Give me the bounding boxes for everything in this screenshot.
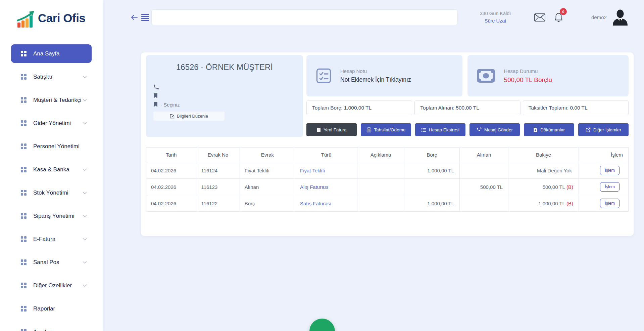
cell-turu: Alış Faturası bbox=[295, 179, 357, 195]
sidebar-item-ayarlar[interactable]: Ayarlar bbox=[11, 323, 92, 331]
phone-icon bbox=[153, 84, 159, 90]
payment-collection-button[interactable]: Tahsilat/Ödeme bbox=[361, 123, 411, 136]
col-header-alinan: Alınan bbox=[460, 148, 508, 162]
brand-logo[interactable]: Cari Ofis bbox=[17, 8, 103, 28]
balance-flag: (B) bbox=[566, 201, 573, 206]
username-label: demo2 bbox=[591, 14, 607, 20]
grid-icon bbox=[21, 120, 27, 126]
sidebar-item-kasa-banka[interactable]: Kasa & Banka bbox=[11, 160, 92, 179]
sidebar-item-musteri-tedarikci[interactable]: Müşteri & Tedarikçi bbox=[11, 91, 92, 109]
col-header-islem: İşlem bbox=[579, 148, 628, 162]
cell-aciklama bbox=[357, 179, 404, 195]
account-statement-button[interactable]: Hesap Ekstresi bbox=[415, 123, 465, 136]
main-area: 330 Gün Kaldı Süre Uzat 0 demo2 bbox=[103, 0, 644, 331]
sidebar-item-label: Müşteri & Tedarikçi bbox=[33, 97, 81, 104]
notification-count-badge: 0 bbox=[560, 8, 567, 15]
cell-borc: 1.000,00 TL bbox=[404, 162, 459, 179]
extend-license-link[interactable]: Süre Uzat bbox=[479, 17, 511, 25]
document-type-link[interactable]: Satış Faturası bbox=[300, 201, 331, 206]
sidebar-item-raporlar[interactable]: Raporlar bbox=[11, 299, 92, 318]
back-button[interactable] bbox=[131, 14, 138, 20]
notifications-button[interactable]: 0 bbox=[554, 12, 563, 23]
col-header-evrak: Evrak bbox=[240, 148, 295, 162]
sidebar-item-e-fatura[interactable]: E-Fatura bbox=[11, 230, 92, 248]
other-actions-button[interactable]: Diğer İşlemler bbox=[578, 123, 629, 136]
chevron-down-icon bbox=[83, 76, 87, 78]
sidebar-item-label: E-Fatura bbox=[33, 236, 55, 243]
sidebar-item-personel-yonetimi[interactable]: Personel Yönetimi bbox=[11, 137, 92, 156]
content-panel: 16526 - ÖRNEK MÜŞTERİ - Seçiniz bbox=[141, 52, 634, 236]
cell-evrak-no: 116123 bbox=[196, 179, 240, 195]
grid-icon bbox=[21, 306, 27, 312]
cell-evrak: Alınan bbox=[240, 179, 295, 195]
row-action-button[interactable]: İşlem bbox=[600, 166, 620, 175]
cell-alinan bbox=[460, 195, 508, 212]
mail-button[interactable] bbox=[534, 13, 545, 22]
sidebar-item-label: Personel Yönetimi bbox=[33, 143, 80, 150]
sidebar-item-label: Ayarlar bbox=[33, 329, 51, 331]
sidebar-item-label: Sipariş Yönetimi bbox=[33, 213, 75, 219]
user-avatar[interactable] bbox=[612, 9, 628, 26]
sidebar-item-stok-yonetimi[interactable]: Stok Yönetimi bbox=[11, 183, 92, 202]
sidebar-item-label: Gider Yönetimi bbox=[33, 120, 71, 127]
grid-icon bbox=[21, 236, 27, 242]
sidebar-item-label: Sanal Pos bbox=[33, 259, 59, 266]
sidebar-item-diger-ozellikler[interactable]: Diğer Özellikler bbox=[11, 276, 92, 295]
edit-info-button[interactable]: Bilgileri Düzenle bbox=[153, 112, 225, 121]
cell-bakiye: Mali Değeri Yok bbox=[508, 162, 579, 179]
cell-tarih: 04.02.2026 bbox=[146, 195, 196, 212]
col-header-turu: Türü bbox=[295, 148, 357, 162]
chevron-down-icon bbox=[83, 215, 87, 217]
cell-tarih: 04.02.2026 bbox=[146, 179, 196, 195]
col-header-tarih: Tarih bbox=[146, 148, 196, 162]
cell-turu: Satış Faturası bbox=[295, 195, 357, 212]
document-icon bbox=[533, 127, 538, 132]
document-type-link[interactable]: Alış Faturası bbox=[300, 184, 328, 190]
menu-toggle-button[interactable] bbox=[141, 14, 149, 21]
phone-message-icon bbox=[477, 127, 482, 132]
payment-collection-label: Tahsilat/Ödeme bbox=[374, 127, 406, 132]
other-actions-label: Diğer İşlemler bbox=[593, 127, 621, 132]
sidebar-item-gider-yonetimi[interactable]: Gider Yönetimi bbox=[11, 114, 92, 132]
bookmark-icon bbox=[153, 93, 158, 98]
checklist-icon bbox=[316, 68, 332, 84]
sidebar-item-label: Ana Sayfa bbox=[33, 50, 59, 57]
sidebar-item-sanal-pos[interactable]: Sanal Pos bbox=[11, 253, 92, 272]
sidebar-item-label: Kasa & Banka bbox=[33, 166, 69, 173]
grid-icon bbox=[21, 167, 27, 172]
customer-phone-row bbox=[153, 83, 296, 91]
cell-evrak: Fiyat Teklifi bbox=[240, 162, 295, 179]
chevron-down-icon bbox=[83, 99, 87, 101]
sidebar-item-satislar[interactable]: Satışlar bbox=[11, 68, 92, 86]
grid-icon bbox=[21, 190, 27, 196]
account-note-card[interactable]: Hesap Notu Not Eklemek İçin Tıklayınız bbox=[306, 55, 462, 96]
sidebar-item-ana-sayfa[interactable]: Ana Sayfa bbox=[11, 44, 92, 63]
cell-evrak-no: 116122 bbox=[196, 195, 240, 212]
grid-icon bbox=[21, 213, 27, 219]
bar-chart-logo-icon bbox=[17, 10, 36, 28]
documents-button[interactable]: Dökümanlar bbox=[524, 123, 574, 136]
account-statement-label: Hesap Ekstresi bbox=[429, 127, 459, 132]
topbar: 330 Gün Kaldı Süre Uzat 0 demo2 bbox=[103, 0, 644, 35]
chevron-down-icon bbox=[83, 284, 87, 287]
chevron-down-icon bbox=[83, 238, 87, 241]
balance-flag: (B) bbox=[566, 184, 573, 190]
row-action-button[interactable]: İşlem bbox=[600, 182, 620, 192]
sidebar-menu: Ana Sayfa Satışlar Müşteri & Tedarikçi G… bbox=[0, 44, 103, 331]
cell-evrak-no: 116124 bbox=[196, 162, 240, 179]
cash-register-icon bbox=[366, 127, 371, 132]
new-invoice-button[interactable]: Yeni Fatura bbox=[306, 123, 357, 136]
row-action-button[interactable]: İşlem bbox=[600, 199, 620, 208]
envelope-icon bbox=[534, 13, 545, 22]
sidebar-item-label: Stok Yönetimi bbox=[33, 190, 68, 196]
total-received-box: Toplam Alınan: 500,00 TL bbox=[414, 100, 520, 115]
search-input[interactable] bbox=[151, 9, 458, 25]
send-message-button[interactable]: Mesaj Gönder bbox=[469, 123, 520, 136]
document-type-link[interactable]: Fiyat Teklifi bbox=[300, 168, 325, 173]
customer-select-row[interactable]: - Seçiniz bbox=[153, 100, 296, 109]
cell-evrak: Borç bbox=[240, 195, 295, 212]
new-invoice-label: Yeni Fatura bbox=[324, 127, 347, 132]
total-debt-box: Toplam Borç: 1.000,00 TL bbox=[306, 100, 412, 115]
chevron-down-icon bbox=[83, 168, 87, 171]
sidebar-item-siparis-yonetimi[interactable]: Sipariş Yönetimi bbox=[11, 207, 92, 225]
